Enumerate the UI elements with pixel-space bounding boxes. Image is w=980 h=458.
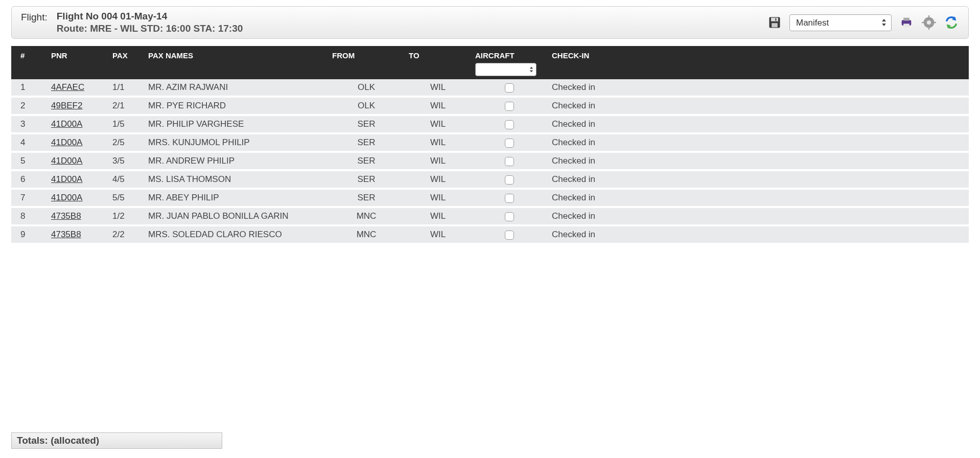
cell-aircraft — [471, 225, 548, 243]
pnr-link[interactable]: 41D00A — [51, 156, 82, 166]
cell-aircraft — [471, 189, 548, 207]
cell-pax: 2/2 — [108, 225, 144, 243]
cell-pnr: 41D00A — [47, 170, 108, 189]
table-row: 541D00A3/5MR. ANDREW PHILIPSERWILChecked… — [11, 152, 969, 170]
aircraft-checkbox[interactable] — [505, 120, 514, 129]
flight-header-right: Manifest — [767, 14, 959, 31]
cell-pnr: 41D00A — [47, 152, 108, 170]
cell-name: MS. LISA THOMSON — [144, 170, 328, 189]
cell-index: 1 — [11, 79, 47, 97]
manifest-table: # PNR PAX PAX NAMES FROM TO AIRCRAFT — [11, 46, 969, 243]
cell-from: SER — [328, 170, 405, 189]
column-header-aircraft-label: AIRCRAFT — [475, 51, 515, 60]
svg-rect-3 — [772, 23, 778, 27]
cell-checkin: Checked in — [548, 170, 969, 189]
cell-pax: 1/5 — [108, 115, 144, 133]
aircraft-checkbox[interactable] — [505, 212, 514, 221]
column-header-to[interactable]: TO — [405, 46, 471, 79]
cell-pax: 5/5 — [108, 189, 144, 207]
cell-name: MRS. KUNJUMOL PHILIP — [144, 133, 328, 152]
table-row: 94735B82/2MRS. SOLEDAD CLARO RIESCOMNCWI… — [11, 225, 969, 243]
cell-from: SER — [328, 133, 405, 152]
save-icon[interactable] — [767, 15, 782, 30]
column-header-index[interactable]: # — [11, 46, 47, 79]
table-row: 249BEF22/1MR. PYE RICHARDOLKWILChecked i… — [11, 97, 969, 115]
refresh-icon[interactable] — [944, 15, 959, 30]
svg-rect-2 — [775, 18, 776, 21]
table-row: 641D00A4/5MS. LISA THOMSONSERWILChecked … — [11, 170, 969, 189]
cell-aircraft — [471, 170, 548, 189]
pnr-link[interactable]: 4735B8 — [51, 211, 81, 221]
pnr-link[interactable]: 4735B8 — [51, 230, 81, 239]
svg-rect-1 — [771, 18, 778, 21]
cell-from: MNC — [328, 207, 405, 225]
gear-icon[interactable] — [921, 15, 937, 30]
cell-to: WIL — [405, 170, 471, 189]
cell-to: WIL — [405, 152, 471, 170]
cell-checkin: Checked in — [548, 97, 969, 115]
flight-route-times: Route: MRE - WIL STD: 16:00 STA: 17:30 — [57, 23, 243, 34]
cell-checkin: Checked in — [548, 133, 969, 152]
aircraft-checkbox[interactable] — [505, 194, 514, 203]
cell-to: WIL — [405, 133, 471, 152]
aircraft-checkbox[interactable] — [505, 139, 514, 148]
cell-pax: 1/2 — [108, 207, 144, 225]
cell-pax: 1/1 — [108, 79, 144, 97]
aircraft-checkbox[interactable] — [505, 175, 514, 185]
pnr-link[interactable]: 41D00A — [51, 193, 82, 202]
table-row: 14AFAEC1/1MR. AZIM RAJWANIOLKWILChecked … — [11, 79, 969, 97]
cell-pnr: 4735B8 — [47, 225, 108, 243]
aircraft-checkbox[interactable] — [505, 157, 514, 166]
flight-label: Flight: — [21, 11, 48, 23]
aircraft-filter-select[interactable] — [475, 63, 536, 76]
column-header-names[interactable]: PAX NAMES — [144, 46, 328, 79]
column-header-checkin[interactable]: CHECK-IN — [548, 46, 969, 79]
column-header-pnr[interactable]: PNR — [47, 46, 108, 79]
manifest-table-head: # PNR PAX PAX NAMES FROM TO AIRCRAFT — [11, 46, 969, 79]
cell-aircraft — [471, 207, 548, 225]
cell-name: MR. ABEY PHILIP — [144, 189, 328, 207]
cell-pnr: 41D00A — [47, 115, 108, 133]
cell-from: SER — [328, 152, 405, 170]
pnr-link[interactable]: 4AFAEC — [51, 82, 84, 92]
aircraft-checkbox[interactable] — [505, 102, 514, 111]
aircraft-checkbox[interactable] — [505, 83, 514, 93]
svg-rect-11 — [928, 15, 929, 18]
cell-index: 6 — [11, 170, 47, 189]
cell-pnr: 49BEF2 — [47, 97, 108, 115]
table-row: 341D00A1/5MR. PHILIP VARGHESESERWILCheck… — [11, 115, 969, 133]
cell-from: OLK — [328, 97, 405, 115]
cell-to: WIL — [405, 189, 471, 207]
column-header-aircraft[interactable]: AIRCRAFT — [471, 46, 548, 79]
svg-rect-13 — [922, 22, 925, 23]
view-select[interactable]: Manifest — [789, 14, 892, 31]
pnr-link[interactable]: 41D00A — [51, 174, 82, 184]
column-header-from[interactable]: FROM — [328, 46, 405, 79]
cell-name: MR. PYE RICHARD — [144, 97, 328, 115]
cell-aircraft — [471, 97, 548, 115]
cell-pnr: 4AFAEC — [47, 79, 108, 97]
cell-aircraft — [471, 115, 548, 133]
svg-rect-8 — [903, 24, 909, 27]
table-row: 441D00A2/5MRS. KUNJUMOL PHILIPSERWILChec… — [11, 133, 969, 152]
cell-name: MR. AZIM RAJWANI — [144, 79, 328, 97]
column-header-pax[interactable]: PAX — [108, 46, 144, 79]
cell-name: MR. PHILIP VARGHESE — [144, 115, 328, 133]
cell-pnr: 41D00A — [47, 189, 108, 207]
cell-index: 9 — [11, 225, 47, 243]
cell-from: SER — [328, 189, 405, 207]
svg-rect-7 — [903, 18, 909, 21]
cell-pax: 2/5 — [108, 133, 144, 152]
print-icon[interactable] — [899, 15, 914, 30]
pnr-link[interactable]: 41D00A — [51, 138, 82, 147]
svg-rect-14 — [933, 22, 936, 23]
cell-checkin: Checked in — [548, 115, 969, 133]
aircraft-checkbox[interactable] — [505, 231, 514, 240]
cell-aircraft — [471, 152, 548, 170]
cell-pax: 2/1 — [108, 97, 144, 115]
cell-checkin: Checked in — [548, 152, 969, 170]
cell-name: MR. JUAN PABLO BONILLA GARIN — [144, 207, 328, 225]
cell-checkin: Checked in — [548, 207, 969, 225]
pnr-link[interactable]: 41D00A — [51, 119, 82, 129]
pnr-link[interactable]: 49BEF2 — [51, 101, 82, 110]
